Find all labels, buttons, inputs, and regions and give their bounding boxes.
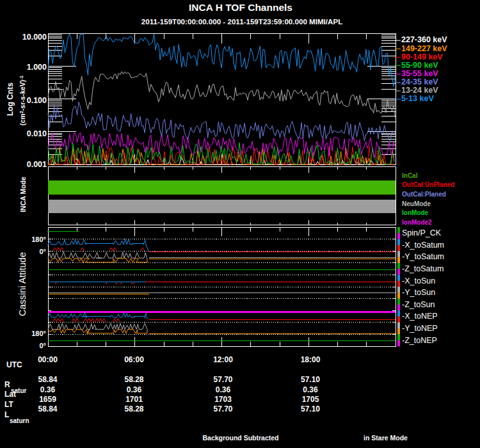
- svg-text:-Z_toSatum: -Z_toSatum: [402, 264, 444, 273]
- svg-text:-X_toSun: -X_toSun: [402, 276, 435, 285]
- svg-text:0.100: 0.100: [27, 96, 47, 105]
- svg-text:Lat: Lat: [4, 390, 16, 399]
- svg-text:IonMode2: IonMode2: [402, 219, 432, 226]
- svg-text:0.36: 0.36: [40, 385, 56, 394]
- svg-text:12:00: 12:00: [213, 355, 233, 364]
- svg-text:-Y_toSatum: -Y_toSatum: [402, 252, 444, 261]
- svg-text:R: R: [4, 380, 10, 389]
- svg-text:1659: 1659: [39, 395, 56, 404]
- svg-text:24-35 keV: 24-35 keV: [401, 77, 438, 86]
- svg-text:10.000: 10.000: [22, 33, 47, 42]
- svg-text:0.36: 0.36: [216, 385, 231, 394]
- svg-text:OutCal:Planed: OutCal:Planed: [402, 191, 446, 198]
- svg-text:0.010: 0.010: [27, 129, 47, 138]
- svg-text:0.36: 0.36: [127, 385, 142, 394]
- svg-text:57.70: 57.70: [213, 404, 232, 413]
- svg-text:Cassini Attitude: Cassini Attitude: [17, 252, 28, 316]
- svg-text:55-90 keV: 55-90 keV: [401, 61, 438, 70]
- svg-text:58.28: 58.28: [124, 404, 143, 413]
- svg-text:Background Subtracted: Background Subtracted: [202, 434, 278, 442]
- svg-text:Log Cnts: Log Cnts: [6, 83, 15, 116]
- svg-text:1705: 1705: [302, 395, 319, 404]
- svg-text:1.000: 1.000: [27, 63, 47, 72]
- svg-text:IonMode: IonMode: [402, 209, 429, 216]
- svg-text:in Stare Mode: in Stare Mode: [364, 434, 408, 442]
- svg-text:58.84: 58.84: [38, 375, 57, 384]
- svg-text:0°: 0°: [39, 248, 46, 255]
- svg-text:OutCal:UnPlaned: OutCal:UnPlaned: [402, 181, 454, 188]
- svg-text:UTC: UTC: [6, 360, 22, 369]
- svg-text:149-227 keV: 149-227 keV: [401, 44, 447, 53]
- svg-text:57.10: 57.10: [301, 375, 320, 384]
- svg-text:227-360 keV: 227-360 keV: [401, 35, 447, 44]
- svg-text:-Y_toNEP: -Y_toNEP: [402, 324, 438, 333]
- svg-text:13-24 keV: 13-24 keV: [401, 86, 438, 95]
- svg-text:NeuMode: NeuMode: [402, 200, 431, 207]
- svg-text:5-13 keV: 5-13 keV: [401, 94, 434, 103]
- svg-text:58.84: 58.84: [38, 404, 57, 413]
- svg-text:35-55 keV: 35-55 keV: [401, 69, 438, 78]
- svg-text:06:00: 06:00: [124, 355, 144, 364]
- svg-text:INCA H TOF Channels: INCA H TOF Channels: [189, 2, 292, 13]
- svg-text:57.70: 57.70: [213, 375, 232, 384]
- svg-text:-X_toNEP: -X_toNEP: [402, 312, 438, 321]
- svg-text:Spin/P_CK: Spin/P_CK: [402, 228, 442, 237]
- svg-text:2011-159T00:00:00.000 - 2011-1: 2011-159T00:00:00.000 - 2011-159T23:59:0…: [141, 17, 343, 26]
- svg-text:LT: LT: [4, 400, 13, 409]
- svg-text:90-149 keV: 90-149 keV: [401, 52, 443, 61]
- svg-text:(cm2-sr-s-keV)-1: (cm2-sr-s-keV)-1: [19, 76, 26, 125]
- svg-text:saturn: saturn: [10, 417, 29, 424]
- svg-text:58.28: 58.28: [124, 375, 143, 384]
- svg-text:-Z_toSun: -Z_toSun: [402, 300, 435, 309]
- svg-text:InCal: InCal: [402, 172, 418, 179]
- svg-text:-Z_toNEP: -Z_toNEP: [402, 336, 437, 345]
- svg-text:0°: 0°: [39, 342, 46, 349]
- svg-text:180°: 180°: [31, 330, 46, 337]
- svg-text:INCA Mode: INCA Mode: [19, 177, 27, 212]
- svg-text:L: L: [4, 410, 9, 419]
- svg-text:1703: 1703: [214, 395, 232, 404]
- svg-text:-X_toSatum: -X_toSatum: [402, 241, 444, 250]
- svg-text:1701: 1701: [125, 395, 143, 404]
- svg-text:-Y_toSun: -Y_toSun: [402, 288, 435, 297]
- svg-text:57.10: 57.10: [301, 404, 320, 413]
- svg-text:180°: 180°: [31, 236, 46, 243]
- svg-text:00:00: 00:00: [38, 355, 58, 364]
- svg-text:0.36: 0.36: [303, 385, 318, 394]
- svg-text:0.001: 0.001: [27, 160, 47, 169]
- svg-text:18:00: 18:00: [301, 355, 321, 364]
